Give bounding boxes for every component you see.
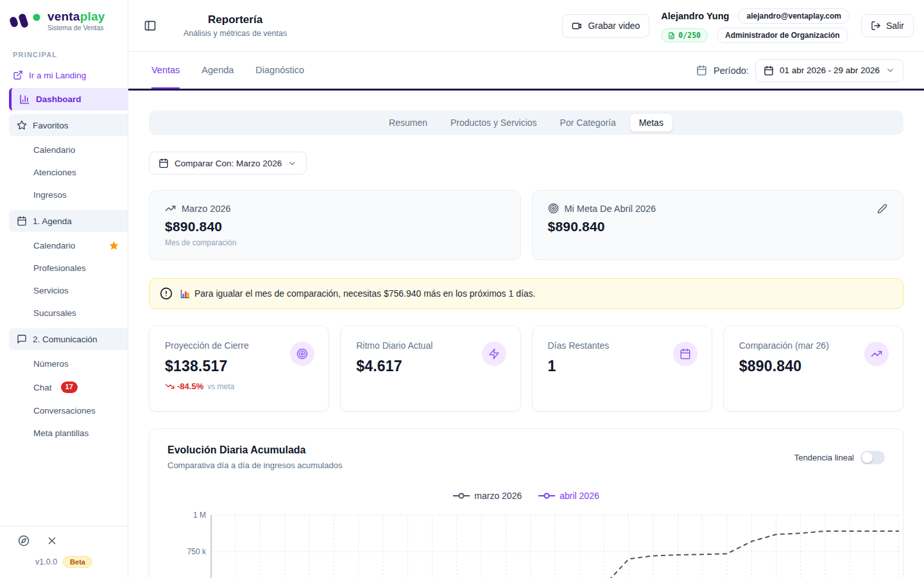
evolution-chart-card: Evolución Diaria Acumulada Comparativa d… [149, 428, 903, 578]
trending-up-icon [165, 203, 176, 214]
legend-item-marzo[interactable]: marzo 2026 [453, 491, 522, 501]
top-header: Reportería Análisis y métricas de ventas… [128, 0, 924, 52]
stat-card-proyeccion: Proyección de Cierre $138.517 -84.5% vs … [149, 326, 329, 412]
app-version: v1.0.0 [35, 557, 57, 566]
video-icon [572, 21, 583, 31]
sidebar-item-agenda-calendario[interactable]: Calendario [0, 234, 128, 257]
page-title: Reportería [184, 13, 287, 26]
zap-icon [482, 342, 506, 366]
alert-message: Para igualar el mes de comparación, nece… [194, 288, 536, 299]
beta-badge: Beta [63, 556, 92, 568]
goal-gap-alert: Para igualar el mes de comparación, nece… [149, 278, 903, 309]
comparison-month-value: $890.840 [165, 219, 505, 234]
user-block: Alejandro Yung alejandro@ventaplay.com 0… [661, 8, 850, 43]
subtab-productos[interactable]: Productos y Servicios [441, 114, 546, 132]
star-icon [17, 120, 27, 130]
main-content: Resumen Productos y Servicios Por Catego… [128, 92, 924, 578]
trend-toggle-label: Tendencia lineal [794, 453, 854, 462]
trend-toggle-switch[interactable] [860, 451, 885, 464]
sidebar-group-favoritos[interactable]: Favoritos [9, 114, 128, 136]
stat-card-comparacion: Comparación (mar 26) $890.840 [723, 326, 903, 412]
sidebar-item-meta-plantillas[interactable]: Meta plantillas [0, 422, 128, 444]
chart-title: Evolución Diaria Acumulada [167, 444, 342, 456]
brand-tagline: Sistema de Ventas [47, 24, 105, 32]
sidebar-item-landing[interactable]: Ir a mi Landing [0, 65, 128, 85]
legend-marker-icon [538, 493, 555, 499]
svg-text:1 M: 1 M [193, 511, 206, 520]
subtab-resumen[interactable]: Resumen [380, 114, 436, 132]
brand-logo-icon [9, 12, 42, 31]
chart-subtitle: Comparativa día a día de ingresos acumul… [167, 460, 342, 470]
sidebar-item-dashboard[interactable]: Dashboard [9, 88, 128, 110]
comparison-month-title: Marzo 2026 [182, 204, 231, 214]
sidebar-footer: v1.0.0 Beta [0, 526, 128, 578]
legend-item-abril[interactable]: abril 2026 [538, 491, 599, 501]
user-name: Alejandro Yung [661, 11, 729, 21]
logout-icon [871, 21, 881, 31]
target-icon [290, 342, 314, 366]
record-video-button[interactable]: Grabar video [562, 14, 649, 38]
sidebar-item-fav-atenciones[interactable]: Atenciones [0, 161, 128, 184]
compass-icon[interactable] [18, 535, 30, 547]
sidebar-item-conversaciones[interactable]: Conversaciones [0, 399, 128, 422]
chart-legend: marzo 2026 abril 2026 [167, 491, 885, 501]
calendar-icon [764, 66, 774, 76]
sidebar: ventaplay Sistema de Ventas PRINCIPAL Ir… [0, 0, 128, 578]
favorite-star-icon[interactable] [109, 241, 119, 250]
bar-chart-icon [19, 94, 30, 105]
goal-title: Mi Meta De Abril 2026 [565, 204, 656, 214]
calendar-icon [673, 342, 697, 366]
line-chart-svg: 1 M750 k [167, 509, 903, 578]
brand-logo: ventaplay Sistema de Ventas [0, 0, 128, 37]
comparison-month-card: Marzo 2026 $890.840 Mes de comparación [149, 190, 521, 260]
trending-down-icon [165, 381, 175, 391]
quota-badge: 0/250 [661, 28, 708, 42]
receipt-icon [668, 32, 675, 39]
external-link-icon [13, 70, 23, 80]
bar-chart-emoji-icon [180, 289, 190, 299]
sidebar-item-servicios[interactable]: Servicios [0, 279, 128, 302]
subtab-metas[interactable]: Metas [630, 114, 672, 132]
chat-unread-badge: 17 [61, 381, 78, 392]
stat-card-ritmo: Ritmo Diario Actual $4.617 [340, 326, 520, 412]
target-icon [548, 203, 559, 214]
sidebar-item-fav-calendario[interactable]: Calendario [0, 139, 128, 161]
calendar-icon [696, 65, 707, 76]
chevron-down-icon [287, 159, 297, 168]
sidebar-group-agenda[interactable]: 1. Agenda [9, 210, 128, 232]
delta-negative: -84.5% [165, 381, 203, 391]
message-square-icon [17, 334, 27, 344]
goal-value: $890.840 [548, 219, 888, 234]
brand-name: ventaplay [47, 10, 105, 24]
period-label: Período: [714, 66, 749, 76]
comparison-month-caption: Mes de comparación [165, 238, 505, 247]
calendar-icon [158, 158, 169, 168]
metric-subtabs: Resumen Productos y Servicios Por Catego… [149, 110, 903, 135]
trending-up-icon [864, 342, 889, 366]
sidebar-section-label: PRINCIPAL [13, 51, 128, 58]
stat-card-dias: Días Restantes 1 [532, 326, 712, 412]
x-icon[interactable] [46, 535, 58, 547]
legend-marker-icon [453, 493, 470, 499]
sidebar-item-chat[interactable]: Chat 17 [0, 375, 128, 399]
user-email-pill: alejandro@ventaplay.com [738, 8, 850, 24]
page-subtitle: Análisis y métricas de ventas [184, 29, 287, 38]
report-subnav: Ventas Agenda Diagnóstico Período: 01 ab… [128, 52, 924, 91]
compare-with-select[interactable]: Comparar Con: Marzo 2026 [149, 152, 307, 175]
sidebar-item-profesionales[interactable]: Profesionales [0, 257, 128, 279]
sidebar-toggle-icon[interactable] [144, 19, 157, 32]
tab-agenda[interactable]: Agenda [201, 52, 234, 89]
tab-diagnostico[interactable]: Diagnóstico [255, 52, 304, 89]
sidebar-group-comunicacion[interactable]: 2. Comunicación [9, 328, 128, 350]
sidebar-item-numeros[interactable]: Números [0, 353, 128, 375]
sidebar-item-sucursales[interactable]: Sucursales [0, 302, 128, 324]
subtab-categoria[interactable]: Por Categoría [551, 114, 625, 132]
sidebar-item-fav-ingresos[interactable]: Ingresos [0, 184, 128, 206]
goal-card: Mi Meta De Abril 2026 $890.840 [532, 190, 904, 260]
svg-text:750 k: 750 k [187, 547, 207, 556]
tab-ventas[interactable]: Ventas [151, 52, 180, 89]
edit-goal-icon[interactable] [877, 204, 887, 214]
chevron-down-icon [886, 66, 895, 75]
period-select[interactable]: 01 abr 2026 - 29 abr 2026 [755, 59, 903, 82]
logout-button[interactable]: Salir [861, 14, 914, 37]
